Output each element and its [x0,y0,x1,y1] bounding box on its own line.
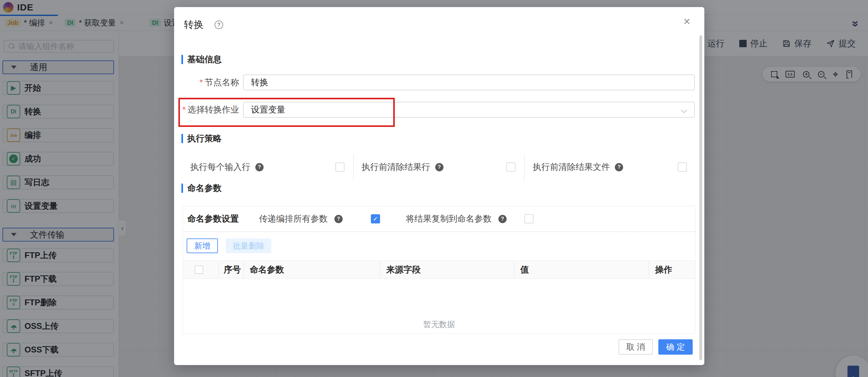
execute-each-row-checkbox[interactable] [335,162,344,171]
red-highlight-annotation [178,98,395,127]
select-all-checkbox[interactable] [195,265,203,274]
node-name-label: *节点名称 [180,74,239,90]
app-root: IDE Job * 编排 × DI * 获取变量 × DI 设置变量 » 通用 [0,0,868,377]
dialog-title: 转换 [184,18,204,32]
chevron-down-icon [681,107,687,113]
params-settings-row: 命名参数设置 传递编排所有参数 将结果复制到命名参数 [183,206,695,232]
section-bar [181,184,183,193]
required-asterisk: * [199,77,203,87]
col-value: 值 [514,260,649,279]
help-icon[interactable] [215,21,223,29]
section-exec-strategy: 执行策略 [181,133,222,144]
strategy-option: 执行前清除结果文件 [524,154,695,180]
cancel-button[interactable]: 取 消 [619,339,653,355]
section-bar [181,134,183,143]
params-table-header: 序号 命名参数 来源字段 值 操作 [183,260,695,279]
transform-dialog: 转换 × 基础信息 *节点名称 转换 *选择转换作业 设置变量 执行策略 执行每… [174,7,704,365]
col-source-field: 来源字段 [380,260,514,279]
strategy-options-row: 执行每个输入行 执行前清除结果行 执行前清除结果文件 [182,154,695,180]
named-params-panel: 命名参数设置 传递编排所有参数 将结果复制到命名参数 新增 批量删除 序号 命名… [183,206,695,334]
close-icon[interactable]: × [683,15,690,27]
pass-all-params-checkbox[interactable] [371,214,380,223]
col-param-name: 命名参数 [244,260,380,279]
help-icon[interactable] [435,163,443,171]
help-icon[interactable] [498,215,507,223]
header-select-cell [183,260,219,279]
batch-delete-button[interactable]: 批量删除 [226,239,271,253]
col-index: 序号 [219,260,244,279]
clear-result-rows-checkbox[interactable] [506,162,516,171]
strategy-option: 执行每个输入行 [182,154,353,180]
section-named-params: 命名参数 [181,182,222,194]
empty-state-text: 暂无数据 [183,319,695,330]
node-name-input[interactable]: 转换 [243,74,695,90]
clear-result-files-checkbox[interactable] [678,162,687,171]
copy-result-checkbox[interactable] [524,214,534,223]
strategy-option: 执行前清除结果行 [353,154,524,180]
col-actions: 操作 [649,260,695,279]
section-basic-info: 基础信息 [181,54,222,65]
add-param-button[interactable]: 新增 [187,239,218,253]
help-icon[interactable] [615,163,623,171]
help-icon[interactable] [334,215,343,223]
ok-button[interactable]: 确 定 [658,339,693,355]
section-bar [181,55,183,64]
help-icon[interactable] [255,163,264,171]
params-actions: 新增 批量删除 [187,239,271,253]
modal-scrollbar[interactable] [700,35,702,360]
